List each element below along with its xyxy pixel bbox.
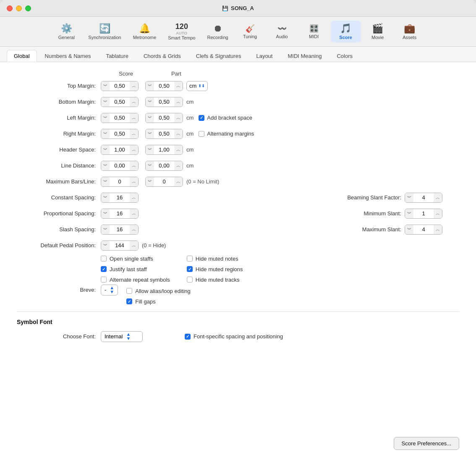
header-space-part-down[interactable]: ︾	[146, 145, 154, 154]
top-margin-part-stepper[interactable]: ︾ 0,50 ︿	[145, 81, 183, 91]
hide-muted-tracks-checkbox[interactable]	[187, 277, 193, 282]
proportional-spacing-stepper[interactable]: ︾ 16 ︿	[101, 209, 139, 219]
minimum-slant-down[interactable]: ︾	[405, 209, 413, 218]
toolbar-item-general[interactable]: ⚙️ General	[51, 21, 81, 42]
pedal-up[interactable]: ︿	[130, 241, 138, 250]
constant-spacing-up[interactable]: ︿	[130, 193, 138, 202]
top-margin-score-stepper[interactable]: ︾ 0,50 ︿	[101, 81, 139, 91]
hide-muted-regions-item[interactable]: Hide muted regions	[187, 266, 243, 272]
line-distance-part-up[interactable]: ︿	[174, 161, 183, 170]
toolbar-item-score[interactable]: 🎵 Score	[331, 21, 361, 42]
toolbar-item-metronome[interactable]: 🔔 Metronome	[128, 21, 162, 42]
alternate-repeat-symbols-checkbox[interactable]	[101, 277, 107, 282]
tab-tablature[interactable]: Tablature	[99, 50, 135, 62]
alternating-margins-group[interactable]: Alternating margins	[199, 131, 254, 137]
slash-spacing-down[interactable]: ︾	[101, 225, 110, 234]
justify-last-staff-item[interactable]: Justify last staff	[101, 266, 170, 272]
allow-alias-checkbox[interactable]	[126, 288, 132, 294]
minimize-button[interactable]	[16, 5, 22, 11]
bottom-margin-part-up[interactable]: ︿	[174, 97, 183, 107]
max-bars-score-down[interactable]: ︾	[101, 177, 110, 186]
slash-spacing-up[interactable]: ︿	[130, 225, 138, 234]
hide-muted-regions-checkbox[interactable]	[187, 266, 193, 272]
header-space-score-down[interactable]: ︾	[101, 145, 110, 154]
header-space-part-stepper[interactable]: ︾ 1,00 ︿	[145, 145, 183, 155]
open-single-staffs-checkbox[interactable]	[101, 256, 107, 261]
toolbar-item-movie[interactable]: 🎬 Movie	[363, 21, 393, 42]
constant-spacing-stepper[interactable]: ︾ 16 ︿	[101, 193, 139, 203]
add-bracket-space-group[interactable]: Add bracket space	[199, 115, 252, 121]
font-spacing-checkbox[interactable]	[185, 334, 191, 340]
hide-muted-notes-item[interactable]: Hide muted notes	[187, 256, 243, 262]
top-margin-score-down[interactable]: ︾	[101, 81, 110, 91]
right-margin-score-stepper[interactable]: ︾ 0,50 ︿	[101, 129, 139, 139]
left-margin-part-stepper[interactable]: ︾ 0,50 ︿	[145, 113, 183, 123]
top-margin-part-up[interactable]: ︿	[174, 81, 183, 91]
toolbar-item-tuning[interactable]: 🎸 Tuning	[235, 21, 265, 42]
pedal-down[interactable]: ︾	[101, 241, 110, 250]
header-space-score-up[interactable]: ︿	[130, 145, 138, 154]
right-margin-part-stepper[interactable]: ︾ 0,50 ︿	[145, 129, 183, 139]
toolbar-item-audio[interactable]: 〰️ Audio	[267, 21, 297, 42]
justify-last-staff-checkbox[interactable]	[101, 266, 107, 272]
header-space-score-stepper[interactable]: ︾ 1,00 ︿	[101, 145, 139, 155]
bottom-margin-score-stepper[interactable]: ︾ 0,50 ︿	[101, 97, 139, 107]
allow-alias-item[interactable]: Allow alias/loop editing	[126, 288, 191, 294]
fill-gaps-checkbox[interactable]	[126, 298, 132, 304]
bottom-margin-part-down[interactable]: ︾	[146, 97, 154, 107]
unit-select[interactable]: cm ⬆⬇	[186, 81, 208, 91]
line-distance-score-stepper[interactable]: ︾ 0,00 ︿	[101, 161, 139, 171]
constant-spacing-down[interactable]: ︾	[101, 193, 110, 202]
left-margin-score-down[interactable]: ︾	[101, 113, 110, 123]
line-distance-part-down[interactable]: ︾	[146, 161, 154, 170]
score-preferences-button[interactable]: Score Preferences...	[394, 437, 460, 450]
maximum-slant-up[interactable]: ︿	[434, 225, 442, 234]
bottom-margin-score-up[interactable]: ︿	[130, 97, 138, 107]
toolbar-item-synchronization[interactable]: 🔄 Synchronization	[83, 21, 126, 42]
tab-global[interactable]: Global	[7, 50, 37, 62]
slash-spacing-stepper[interactable]: ︾ 16 ︿	[101, 225, 139, 235]
hide-muted-notes-checkbox[interactable]	[187, 256, 193, 261]
line-distance-score-down[interactable]: ︾	[101, 161, 110, 170]
beaming-slant-down[interactable]: ︾	[405, 193, 413, 202]
max-bars-part-up[interactable]: ︿	[174, 177, 183, 186]
proportional-spacing-up[interactable]: ︿	[130, 209, 138, 218]
tab-colors[interactable]: Colors	[330, 50, 360, 62]
minimum-slant-up[interactable]: ︿	[434, 209, 442, 218]
header-space-part-up[interactable]: ︿	[174, 145, 183, 154]
hide-muted-tracks-item[interactable]: Hide muted tracks	[187, 277, 243, 283]
tab-chords-grids[interactable]: Chords & Grids	[136, 50, 188, 62]
top-margin-score-up[interactable]: ︿	[130, 81, 138, 91]
max-bars-part-down[interactable]: ︾	[146, 177, 154, 186]
max-bars-score-stepper[interactable]: ︾ 0 ︿	[101, 177, 139, 187]
proportional-spacing-down[interactable]: ︾	[101, 209, 110, 218]
add-bracket-space-checkbox[interactable]	[199, 115, 204, 121]
tab-clefs-signatures[interactable]: Clefs & Signatures	[189, 50, 248, 62]
breve-select[interactable]: - ▲▼	[101, 285, 118, 295]
minimum-slant-stepper[interactable]: ︾ 1 ︿	[405, 209, 442, 219]
right-margin-part-up[interactable]: ︿	[174, 129, 183, 139]
right-margin-score-down[interactable]: ︾	[101, 129, 110, 139]
bottom-margin-score-down[interactable]: ︾	[101, 97, 110, 107]
max-bars-score-up[interactable]: ︿	[130, 177, 138, 186]
open-single-staffs-item[interactable]: Open single staffs	[101, 256, 170, 262]
left-margin-part-down[interactable]: ︾	[146, 113, 154, 123]
tab-layout[interactable]: Layout	[249, 50, 280, 62]
line-distance-score-up[interactable]: ︿	[130, 161, 138, 170]
font-select[interactable]: Internal ▲▼	[101, 331, 143, 342]
line-distance-part-stepper[interactable]: ︾ 0,00 ︿	[145, 161, 183, 171]
right-margin-score-up[interactable]: ︿	[130, 129, 138, 139]
fill-gaps-item[interactable]: Fill gaps	[126, 298, 191, 305]
maximum-slant-down[interactable]: ︾	[405, 225, 413, 234]
font-spacing-item[interactable]: Font-specific spacing and positioning	[185, 333, 283, 340]
top-margin-part-down[interactable]: ︾	[146, 81, 154, 91]
alternate-repeat-symbols-item[interactable]: Alternate repeat symbols	[101, 277, 170, 283]
maximize-button[interactable]	[25, 5, 31, 11]
left-margin-score-up[interactable]: ︿	[130, 113, 138, 123]
max-bars-part-stepper[interactable]: ︾ 0 ︿	[145, 177, 183, 187]
right-margin-part-down[interactable]: ︾	[146, 129, 154, 139]
left-margin-part-up[interactable]: ︿	[174, 113, 183, 123]
bottom-margin-part-stepper[interactable]: ︾ 0,50 ︿	[145, 97, 183, 107]
beaming-slant-stepper[interactable]: ︾ 4 ︿	[405, 193, 442, 203]
tab-midi-meaning[interactable]: MIDI Meaning	[280, 50, 329, 62]
